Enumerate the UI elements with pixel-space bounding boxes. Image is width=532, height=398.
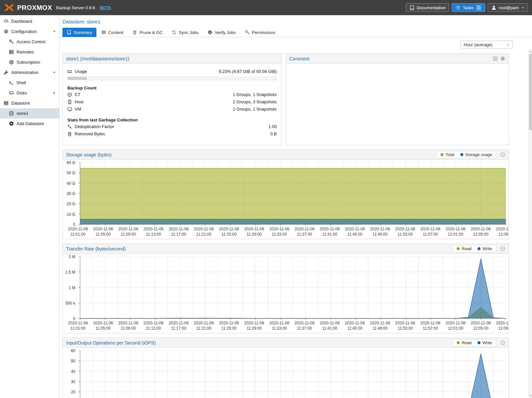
sidebar-item-shell[interactable]: Shell [0, 78, 59, 88]
x-axis-label: 2020-11-0611:33:00 [269, 321, 290, 331]
sidebar-item-label: Administration [11, 70, 38, 75]
caret-down-icon[interactable] [53, 71, 56, 74]
chart-canvas [78, 256, 506, 320]
main-area: Datastore: store1 Summary Content Prune … [59, 15, 532, 398]
scroll-up-button[interactable] [529, 50, 532, 54]
y-axis-label: 40 [71, 369, 75, 374]
legend-item-total[interactable]: Total [441, 152, 454, 157]
sidebar-item-add-datastore[interactable]: Add Datastore [0, 118, 59, 129]
legend-item-read[interactable]: Read [457, 341, 472, 345]
row-label: Host [75, 99, 84, 104]
row-label: Deduplication Factor [75, 124, 114, 129]
legend-item-storage-usage[interactable]: Storage usage [460, 152, 492, 157]
y-axis-label: 2 M [69, 254, 75, 259]
caret-right-icon[interactable] [53, 91, 56, 95]
y-axis: 010 G20 G30 G40 G50 G60 G [64, 162, 78, 224]
product-version: Backup Server 0.9-6 [56, 5, 95, 10]
gear-icon[interactable] [500, 56, 505, 61]
circle-chevron-icon[interactable] [493, 56, 498, 61]
comment-panel: Comment [286, 53, 509, 145]
x-axis-label: 2020-11-0611:13:00 [143, 321, 163, 331]
sidebar-item-access-control[interactable]: Access Control [0, 37, 59, 47]
sidebar-item-disks[interactable]: Disks [0, 88, 59, 98]
chart-title: Transfer Rate (bytes/second) [66, 246, 126, 251]
building-icon [67, 100, 72, 104]
tasks-badge: 1 [476, 5, 481, 11]
iops-chart-panel: Input/Output Operations per Second (IOPS… [62, 338, 509, 398]
caret-down-icon[interactable] [53, 30, 56, 33]
x-axis: 2020-11-0611:01:002020-11-0611:05:002020… [78, 321, 506, 332]
backup-count-heading: Backup Count [67, 85, 277, 90]
vertical-scrollbar[interactable] [528, 50, 532, 398]
x-axis-label: 2020-11-0611:05:00 [93, 321, 113, 331]
sidebar-item-label: Subscription [17, 60, 40, 65]
usage-value: 9.23% (4.67 GiB of 50.56 GiB) [219, 69, 277, 74]
compress-icon [67, 124, 72, 129]
beta-link[interactable]: BETA [100, 5, 111, 10]
minus-circle-icon[interactable] [500, 340, 505, 345]
chart-canvas [78, 350, 506, 398]
sidebar-item-subscription[interactable]: Subscription [0, 57, 59, 67]
minus-circle-icon[interactable] [500, 246, 505, 251]
sidebar-item-dashboard[interactable]: Dashboard [0, 16, 59, 26]
caret-up-icon [529, 50, 532, 53]
legend-dot [457, 341, 460, 344]
sidebar-item-configuration[interactable]: Configuration [0, 26, 59, 37]
user-menu-button[interactable]: root@pam [488, 3, 528, 12]
x-axis-label: 2020-11-0611:53:00 [395, 227, 415, 237]
x-axis-label: 2020-11-0612:05:00 [471, 227, 491, 237]
tab-verify-jobs[interactable]: Verify Jobs [203, 28, 240, 37]
sidebar-item-store1[interactable]: store1 [0, 108, 59, 118]
backup-row-host: Host 2 Groups, 3 Snapshots [67, 99, 277, 105]
sidebar-item-remotes[interactable]: Remotes [0, 47, 59, 57]
sidebar-item-datastore[interactable]: Datastore [0, 98, 59, 108]
scroll-thumb[interactable] [529, 54, 532, 130]
tab-label: Permissions [252, 30, 275, 35]
terminal-icon [9, 80, 14, 85]
x-axis-label: 2020-11-0612:01:00 [445, 227, 466, 237]
x-axis-label: 2020-11-0611:53:00 [395, 321, 415, 331]
database-icon [9, 111, 14, 116]
sidebar-item-label: Remotes [17, 50, 34, 54]
sidebar: Dashboard Configuration Access Control R… [0, 15, 59, 398]
row-label: Removed Bytes [75, 131, 105, 136]
y-axis-label: 0 [73, 222, 75, 227]
x-axis-label: 2020-11-0612:01:00 [445, 321, 466, 331]
tasks-button[interactable]: Tasks 1 [452, 3, 485, 12]
legend-item-write[interactable]: Write [478, 341, 492, 345]
tab-label: Verify Jobs [215, 30, 236, 35]
y-axis-label: 1.5 M [65, 270, 75, 275]
time-range-value: Hour (average) [464, 42, 492, 47]
key-icon [245, 30, 250, 35]
legend-item-read[interactable]: Read [457, 247, 472, 251]
chart-title: Storage usage (bytes) [66, 152, 112, 157]
documentation-button[interactable]: Documentation [406, 3, 449, 12]
x-axis-label: 2020-11-0611:57:00 [420, 321, 441, 331]
tab-sync-jobs[interactable]: Sync Jobs [167, 28, 203, 37]
y-axis: 0500 k1 M1.5 M2 M [64, 256, 78, 318]
user-label: root@pam [499, 5, 519, 10]
brand: PROXMOX Backup Server 0.9-6 BETA [4, 4, 111, 12]
row-value: 1.00 [268, 124, 277, 129]
x-axis-label: 2020-11-0611:21:00 [194, 321, 214, 331]
x-axis-label: 2020-11-0611:57:00 [420, 227, 441, 237]
time-range-select[interactable]: Hour (average) [461, 41, 513, 49]
y-axis-label: 20 [71, 390, 75, 394]
chevron-down-icon [507, 43, 510, 47]
x-axis-label: 2020-11-0612:09:00 [496, 321, 509, 331]
tab-permissions[interactable]: Permissions [241, 28, 280, 37]
scroll-down-button[interactable] [529, 394, 532, 398]
tab-summary[interactable]: Summary [62, 28, 96, 37]
legend-item-write[interactable]: Write [478, 247, 492, 251]
tab-content[interactable]: Content [97, 28, 128, 37]
x-axis-label: 2020-11-0611:37:00 [295, 321, 315, 331]
gc-row-dedup: Deduplication Factor 1.00 [67, 123, 277, 130]
tab-prune-gc[interactable]: Prune & GC [128, 28, 167, 37]
minus-circle-icon[interactable] [500, 152, 505, 157]
sidebar-item-label: Shell [17, 80, 26, 85]
x-axis-label: 2020-11-0611:05:00 [93, 227, 113, 237]
tab-label: Sync Jobs [179, 30, 198, 35]
x-axis-label: 2020-11-0611:09:00 [118, 227, 138, 237]
x-axis-label: 2020-11-0611:37:00 [295, 227, 315, 237]
sidebar-item-administration[interactable]: Administration [0, 67, 59, 78]
